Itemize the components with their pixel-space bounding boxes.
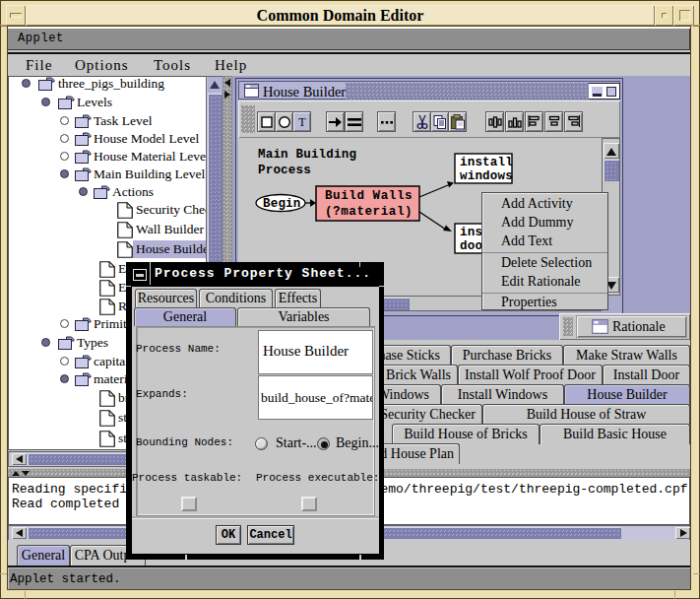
svg-text:T: T [298,115,306,129]
